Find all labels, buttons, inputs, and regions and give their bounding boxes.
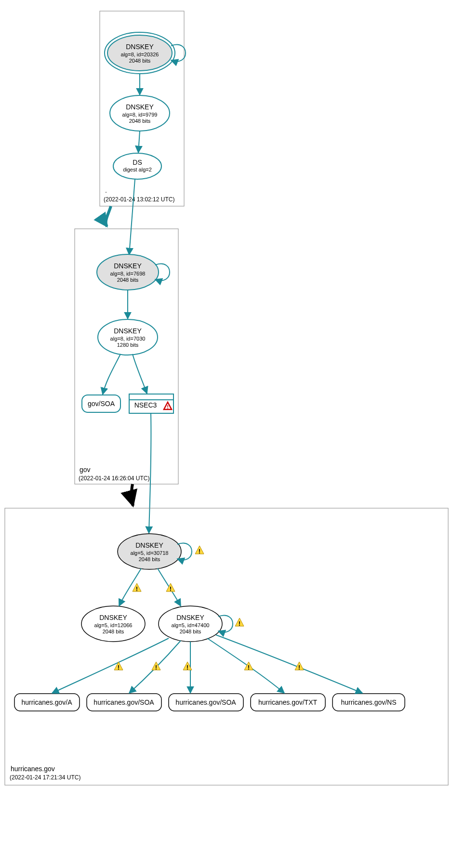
edge-zsk2-a xyxy=(52,638,169,693)
node-h-zsk1[interactable]: DNSKEY alg=5, id=12066 2048 bits xyxy=(81,606,145,642)
svg-text:2048 bits: 2048 bits xyxy=(103,629,124,634)
svg-text:DNSKEY: DNSKEY xyxy=(126,103,154,111)
warning-icon: ! xyxy=(152,662,160,671)
node-h-zsk2[interactable]: DNSKEY alg=5, id=47400 2048 bits xyxy=(159,606,222,642)
svg-text:DNSKEY: DNSKEY xyxy=(126,43,154,51)
svg-text:alg=8, id=7030: alg=8, id=7030 xyxy=(110,336,146,342)
warning-icon: ! xyxy=(133,583,141,592)
node-h-txt[interactable]: hurricanes.gov/TXT xyxy=(251,694,325,711)
svg-text:!: ! xyxy=(239,620,240,627)
zone-root-ts: (2022-01-24 13:02:12 UTC) xyxy=(104,196,174,203)
edge-zone-root-gov xyxy=(106,206,111,226)
node-h-ns[interactable]: hurricanes.gov/NS xyxy=(333,694,405,711)
edge-ds-govksk xyxy=(129,179,135,255)
svg-point-10 xyxy=(113,153,161,179)
svg-text:hurricanes.gov/SOA: hurricanes.gov/SOA xyxy=(175,698,236,706)
svg-text:!: ! xyxy=(170,585,172,592)
node-gov-soa[interactable]: gov/SOA xyxy=(82,395,120,412)
svg-text:!: ! xyxy=(118,664,120,671)
svg-text:gov/SOA: gov/SOA xyxy=(88,400,115,408)
svg-text:alg=5, id=30718: alg=5, id=30718 xyxy=(131,550,169,556)
svg-text:DNSKEY: DNSKEY xyxy=(114,327,142,335)
svg-text:DNSKEY: DNSKEY xyxy=(176,614,204,621)
svg-text:hurricanes.gov/NS: hurricanes.gov/NS xyxy=(341,698,396,706)
svg-text:NSEC3: NSEC3 xyxy=(134,401,157,409)
node-root-zsk[interactable]: DNSKEY alg=8, id=9799 2048 bits xyxy=(110,95,170,131)
svg-text:1280 bits: 1280 bits xyxy=(117,342,139,348)
node-root-ksk[interactable]: DNSKEY alg=8, id=20326 2048 bits xyxy=(105,32,175,74)
warning-icon: ! xyxy=(114,662,123,671)
node-gov-zsk[interactable]: DNSKEY alg=8, id=7030 1280 bits xyxy=(98,319,158,355)
svg-text:hurricanes.gov/SOA: hurricanes.gov/SOA xyxy=(93,698,154,706)
svg-text:!: ! xyxy=(155,664,157,671)
svg-text:DS: DS xyxy=(133,158,142,166)
zone-gov-name: gov xyxy=(80,466,91,473)
node-root-ds[interactable]: DS digest alg=2 xyxy=(113,153,161,179)
svg-text:DNSKEY: DNSKEY xyxy=(135,541,163,549)
svg-rect-28 xyxy=(5,508,448,785)
svg-text:!: ! xyxy=(187,664,188,671)
svg-text:2048 bits: 2048 bits xyxy=(139,556,160,562)
node-gov-nsec3[interactable]: NSEC3 ! xyxy=(129,394,173,413)
svg-text:2048 bits: 2048 bits xyxy=(117,277,139,283)
svg-text:hurricanes.gov/TXT: hurricanes.gov/TXT xyxy=(258,698,318,706)
svg-text:alg=8, id=7698: alg=8, id=7698 xyxy=(110,271,146,276)
node-h-soa1[interactable]: hurricanes.gov/SOA xyxy=(87,694,161,711)
svg-text:!: ! xyxy=(167,404,169,410)
node-h-soa2[interactable]: hurricanes.gov/SOA xyxy=(169,694,243,711)
zone-root-name: . xyxy=(105,186,107,194)
svg-text:2048 bits: 2048 bits xyxy=(129,118,151,124)
node-gov-ksk[interactable]: DNSKEY alg=8, id=7698 2048 bits xyxy=(97,254,159,290)
warning-icon: ! xyxy=(195,546,204,555)
edge-zsk2-ns xyxy=(216,635,362,693)
svg-text:alg=8, id=20326: alg=8, id=20326 xyxy=(121,52,159,57)
zone-hurricanes-name: hurricanes.gov xyxy=(11,765,55,773)
edge-gov-zsk-nsec3 xyxy=(133,354,147,394)
svg-text:alg=5, id=12066: alg=5, id=12066 xyxy=(94,622,133,628)
svg-text:!: ! xyxy=(136,585,138,592)
svg-text:!: ! xyxy=(298,664,300,671)
edge-root-zsk-ds xyxy=(138,131,140,153)
svg-text:!: ! xyxy=(248,664,250,671)
warning-icon: ! xyxy=(235,618,244,627)
svg-text:digest alg=2: digest alg=2 xyxy=(123,167,152,172)
svg-text:DNSKEY: DNSKEY xyxy=(114,262,142,270)
node-h-a[interactable]: hurricanes.gov/A xyxy=(14,694,80,711)
svg-text:2048 bits: 2048 bits xyxy=(129,58,151,64)
svg-text:DNSKEY: DNSKEY xyxy=(99,614,127,621)
zone-gov-ts: (2022-01-24 16:26:04 UTC) xyxy=(79,475,149,482)
dnssec-graph: . (2022-01-24 13:02:12 UTC) DNSKEY alg=8… xyxy=(0,0,453,868)
zone-gov: gov (2022-01-24 16:26:04 UTC) DNSKEY alg… xyxy=(75,179,178,484)
edge-gov-zsk-soa xyxy=(103,354,120,395)
node-h-ksk[interactable]: DNSKEY alg=5, id=30718 2048 bits xyxy=(118,534,181,569)
edge-zone-gov-hurricanes xyxy=(132,484,133,506)
svg-text:!: ! xyxy=(199,548,200,555)
edge-nsec3-hksk xyxy=(149,413,151,533)
warning-icon: ! xyxy=(244,662,253,671)
zone-hurricanes-ts: (2022-01-24 17:21:34 UTC) xyxy=(10,774,80,781)
zone-hurricanes: hurricanes.gov (2022-01-24 17:21:34 UTC)… xyxy=(5,508,448,785)
svg-text:hurricanes.gov/A: hurricanes.gov/A xyxy=(21,698,72,706)
svg-text:alg=5, id=47400: alg=5, id=47400 xyxy=(172,622,210,628)
svg-text:2048 bits: 2048 bits xyxy=(180,629,201,634)
svg-text:alg=8, id=9799: alg=8, id=9799 xyxy=(122,112,158,118)
zone-root: . (2022-01-24 13:02:12 UTC) DNSKEY alg=8… xyxy=(100,11,186,206)
